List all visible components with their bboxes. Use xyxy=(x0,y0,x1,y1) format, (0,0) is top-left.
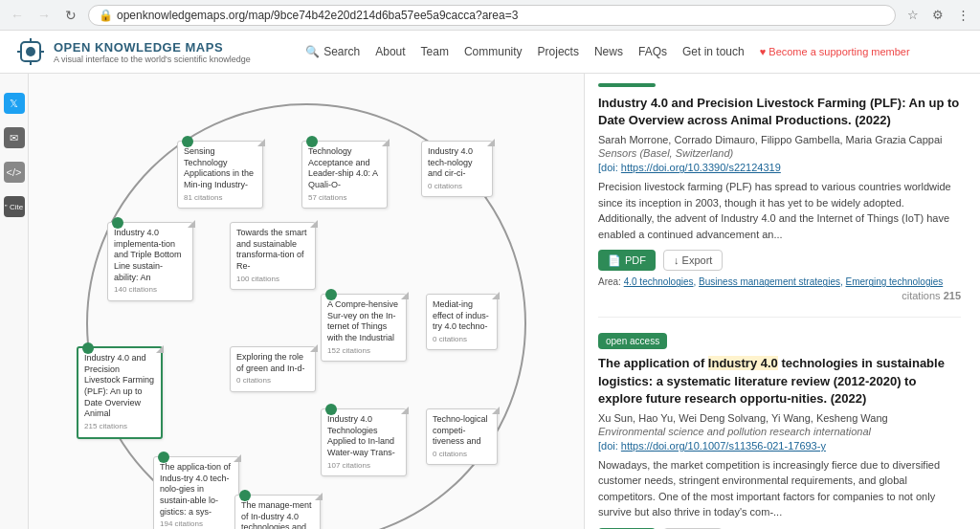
paper-card-citations: 152 citations xyxy=(327,346,400,356)
paper-title-2: The application of Industry 4.0 technolo… xyxy=(598,355,961,408)
embed-code-icon[interactable]: </> xyxy=(4,162,25,183)
paper-card-citations: 0 citations xyxy=(433,450,491,459)
area-link-2[interactable]: Business management strategies xyxy=(699,276,840,287)
paper-doi-1: [doi: https://doi.org/10.3390/s22124319 xyxy=(598,162,961,173)
open-access-badge[interactable]: open access xyxy=(598,333,667,349)
paper-card-logistics[interactable]: The applica-tion of Indus-try 4.0 tech-n… xyxy=(153,456,239,529)
search-icon: 🔍 xyxy=(305,45,320,58)
paper-card-sensing[interactable]: Sensing Technology Applications in the M… xyxy=(177,141,263,209)
paper-citations-1: citations 215 xyxy=(598,290,961,301)
area-link-1[interactable]: 4.0 technologies xyxy=(624,276,694,287)
nav-contact[interactable]: Get in touch xyxy=(682,45,745,58)
menu-icon[interactable]: ⋮ xyxy=(953,6,972,25)
paper-card-title: Sensing Technology Applications in the M… xyxy=(184,146,256,191)
email-share-icon[interactable]: ✉ xyxy=(4,127,25,148)
paper-card-citations: 107 citations xyxy=(327,461,400,471)
paper-icon xyxy=(239,490,251,501)
paper-card-industry40-circ[interactable]: Industry 4.0 tech-nology and cir-ci- 0 c… xyxy=(421,141,493,197)
paper-card-iot-survey[interactable]: A Compre-hensive Sur-vey on the In-terne… xyxy=(321,294,407,362)
doi-link-1[interactable]: https://doi.org/10.3390/s22124319 xyxy=(621,162,781,173)
nav-about[interactable]: About xyxy=(375,45,405,58)
paper-card-waterway[interactable]: Industry 4.0 Technologies Applied to In-… xyxy=(321,408,407,476)
logo-name: OPEN KNOWLEDGE MAPS xyxy=(54,40,251,55)
paper-card-green[interactable]: Exploring the role of green and In-d- 0 … xyxy=(230,346,316,392)
paper-card-title: Industry 4.0 tech-nology and cir-ci- xyxy=(428,146,486,180)
nav-search[interactable]: 🔍 Search xyxy=(305,45,360,58)
paper-card-citations: 81 citations xyxy=(184,193,256,203)
url-bar[interactable]: 🔒 openknowledgemaps.org/map/9bce74b42e20… xyxy=(88,5,896,26)
paper-card-citations: 57 citations xyxy=(308,193,381,203)
paper-doi-2: [doi: https://doi.org/10.1007/s11356-021… xyxy=(598,440,961,452)
paper-card-title: Industry 4.0 and Precision Livestock Far… xyxy=(84,353,155,420)
paper-icon xyxy=(325,289,337,300)
paper-card-title: The manage-ment of In-dustry 4.0 technol… xyxy=(241,500,314,529)
paper-title-1: Industry 4.0 and Precision Livestock Far… xyxy=(598,95,961,129)
paper-card-mediating[interactable]: Mediat-ing effect of indus-try 4.0 techn… xyxy=(426,294,498,350)
logo-area: OPEN KNOWLEDGE MAPS A visual interface t… xyxy=(15,36,251,67)
bookmark-icon[interactable]: ☆ xyxy=(903,6,923,25)
extensions-icon[interactable]: ⚙ xyxy=(928,6,947,25)
paper-icon xyxy=(325,404,337,415)
logo-text: OPEN KNOWLEDGE MAPS A visual interface t… xyxy=(54,40,251,64)
svg-point-5 xyxy=(26,47,35,56)
paper-abstract-2: Nowadays, the market competition is incr… xyxy=(598,457,961,520)
paper-card-title: Techno-logical competi-tiveness and xyxy=(433,414,491,448)
doi-link-2[interactable]: https://doi.org/10.1007/s11356-021-17693… xyxy=(621,440,826,452)
paper-area-1: Area: 4.0 technologies, Business managem… xyxy=(598,276,961,287)
left-sidebar: 𝕏 ✉ </> " Cite xyxy=(0,74,29,529)
nav-team[interactable]: Team xyxy=(421,45,449,58)
paper-card-title: Industry 4.0 implementa-tion and Triple … xyxy=(114,228,187,283)
content-area: 𝕏 ✉ </> " Cite Sensing Technology Applic… xyxy=(0,74,980,529)
map-area[interactable]: Sensing Technology Applications in the M… xyxy=(29,74,584,529)
pdf-button-1[interactable]: 📄 PDF xyxy=(598,250,656,271)
cite-icon[interactable]: " Cite xyxy=(4,196,25,217)
paper-card-triple-bottom[interactable]: Industry 4.0 implementa-tion and Triple … xyxy=(107,222,193,301)
paper-result-1: Industry 4.0 and Precision Livestock Far… xyxy=(598,83,961,318)
nav-community[interactable]: Community xyxy=(464,45,523,58)
paper-abstract-1: Precision livestock farming (PLF) has sp… xyxy=(598,179,961,242)
paper-card-citations: 0 citations xyxy=(433,335,491,344)
logo-tagline: A visual interface to the world's scient… xyxy=(54,55,251,64)
paper-icon xyxy=(306,136,318,147)
paper-card-competitiveness[interactable]: Techno-logical competi-tiveness and 0 ci… xyxy=(426,408,498,465)
paper-authors-2: Xu Sun, Hao Yu, Wei Deng Solvang, Yi Wan… xyxy=(598,412,961,424)
header: OPEN KNOWLEDGE MAPS A visual interface t… xyxy=(0,31,980,74)
paper-journal-1: Sensors (Basel, Switzerland) xyxy=(598,147,961,159)
logo-icon xyxy=(15,36,46,67)
export-button-1[interactable]: ↓ Export xyxy=(663,250,723,271)
paper-card-title: A Compre-hensive Sur-vey on the In-terne… xyxy=(327,299,400,344)
url-text: openknowledgemaps.org/map/9bce74b42e20d2… xyxy=(117,9,518,22)
app-container: OPEN KNOWLEDGE MAPS A visual interface t… xyxy=(0,31,980,529)
nav-menu: 🔍 Search About Team Community Projects N… xyxy=(251,45,965,58)
paper-card-tech-acceptance[interactable]: Technology Acceptance and Leader-ship 4.… xyxy=(301,141,388,209)
forward-button[interactable]: → xyxy=(34,6,54,25)
nav-news[interactable]: News xyxy=(594,45,623,58)
paper-actions-1: 📄 PDF ↓ Export xyxy=(598,250,961,271)
refresh-button[interactable]: ↻ xyxy=(61,6,80,25)
paper-card-citations: 100 citations xyxy=(236,275,309,284)
nav-faqs[interactable]: FAQs xyxy=(638,45,667,58)
nav-projects[interactable]: Projects xyxy=(538,45,579,58)
paper-card-plf[interactable]: Industry 4.0 and Precision Livestock Far… xyxy=(77,346,163,439)
lock-icon: 🔒 xyxy=(99,9,113,22)
paper-authors-1: Sarah Morrone, Corrado Dimauro, Filippo … xyxy=(598,134,961,145)
paper-icon xyxy=(82,342,94,354)
paper-card-citations: 215 citations xyxy=(84,422,155,431)
result-color-bar-1 xyxy=(598,83,656,87)
back-button[interactable]: ← xyxy=(8,6,27,25)
paper-card-title: Mediat-ing effect of indus-try 4.0 techn… xyxy=(433,299,491,333)
paper-card-title: Exploring the role of green and In-d- xyxy=(236,352,309,374)
paper-icon xyxy=(112,217,123,229)
citations-count-1: 215 xyxy=(944,290,961,301)
paper-card-environment[interactable]: The manage-ment of In-dustry 4.0 technol… xyxy=(234,495,321,529)
paper-card-smart-sustainable[interactable]: Towards the smart and sustainable transf… xyxy=(230,222,316,290)
paper-card-citations: 140 citations xyxy=(114,285,187,295)
pdf-icon-1: 📄 xyxy=(608,254,621,267)
area-link-3[interactable]: Emerging technologies xyxy=(846,276,944,287)
support-button[interactable]: ♥ Become a supporting member xyxy=(760,46,910,57)
paper-card-title: Technology Acceptance and Leader-ship 4.… xyxy=(308,146,381,191)
paper-card-citations: 194 citations xyxy=(160,519,233,529)
twitter-share-icon[interactable]: 𝕏 xyxy=(4,93,25,114)
paper-card-citations: 0 citations xyxy=(236,376,309,386)
paper-card-title: The applica-tion of Indus-try 4.0 tech-n… xyxy=(160,462,233,518)
